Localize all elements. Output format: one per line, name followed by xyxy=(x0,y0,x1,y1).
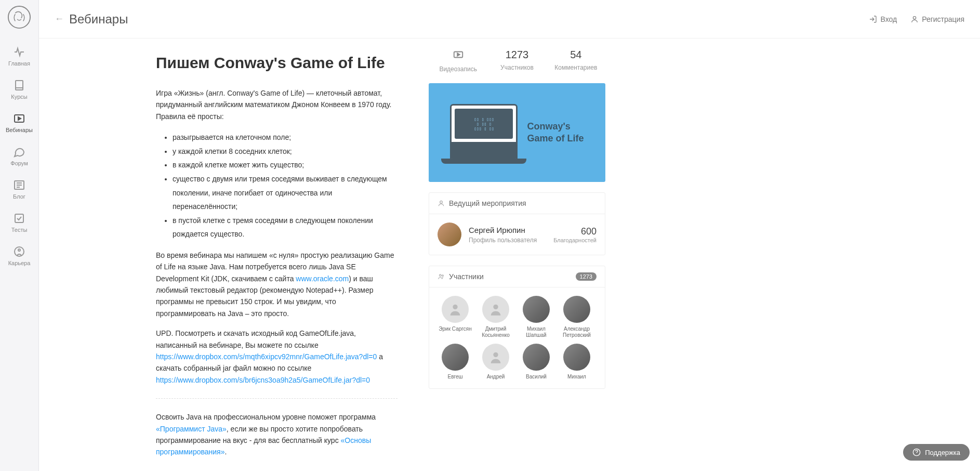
dropbox-link-jar[interactable]: https://www.dropbox.com/s/br6jcns3oa9h2a… xyxy=(156,376,370,384)
svg-point-10 xyxy=(440,274,442,277)
login-link[interactable]: Вход xyxy=(869,15,897,23)
participant-item[interactable]: Андрей xyxy=(477,344,514,380)
participant-name: Василий xyxy=(518,374,555,380)
thumbnail-title: Conway's Game of Life xyxy=(527,121,584,145)
nav-courses[interactable]: Курсы xyxy=(0,73,38,106)
nav-home[interactable]: Главная xyxy=(0,40,38,73)
sidebar: Главная Курсы Вебинары Форум Блог Тесты … xyxy=(0,0,39,471)
host-thanks-count: 600 xyxy=(553,226,597,237)
nav-label: Главная xyxy=(8,60,30,67)
support-label: Поддержка xyxy=(925,449,960,456)
stat-value: 1273 xyxy=(487,49,546,61)
participant-avatar xyxy=(523,296,550,323)
svg-point-14 xyxy=(493,352,498,357)
participant-item[interactable]: Эрик Саргсян xyxy=(436,296,474,338)
participant-avatar xyxy=(442,296,469,323)
register-link[interactable]: Регистрация xyxy=(910,15,964,23)
nav-blog[interactable]: Блог xyxy=(0,173,38,206)
user-icon xyxy=(910,15,919,23)
thumbnail[interactable]: ▯▯ ▯ ▯▯▯ ▯ ▯▯ ▯ ▯▯▯ ▯ ▯▯ Conway's Game o… xyxy=(429,83,605,182)
news-icon xyxy=(13,179,25,191)
paragraph-2: Во время вебинара мы напишем «с нуля» пр… xyxy=(156,250,398,319)
breadcrumb-title[interactable]: Вебинары xyxy=(69,12,128,27)
participant-name: Михаил Шапшай xyxy=(518,326,555,338)
nav-label: Тесты xyxy=(11,227,28,233)
participant-name: Евгеш xyxy=(436,374,474,380)
host-header-label: Ведущий мероприятия xyxy=(449,199,526,207)
divider xyxy=(156,398,398,399)
list-item: в каждой клетке может жить существо; xyxy=(173,158,398,172)
brain-icon xyxy=(7,5,31,29)
nav-label: Карьера xyxy=(8,260,31,266)
check-icon xyxy=(13,212,25,225)
article-title: Пишем Conway's Game of Life xyxy=(156,54,398,72)
svg-point-9 xyxy=(440,201,443,203)
nav-career[interactable]: Карьера xyxy=(0,239,38,272)
list-item: в пустой клетке с тремя соседями в следу… xyxy=(173,214,398,241)
participant-avatar xyxy=(563,344,590,371)
participant-item[interactable]: Михаил Шапшай xyxy=(518,296,555,338)
dropbox-link-java[interactable]: https://www.dropbox.com/s/mqth6xipcv92mn… xyxy=(156,352,377,361)
svg-point-11 xyxy=(442,275,443,277)
list-item: разыгрывается на клеточном поле; xyxy=(173,130,398,145)
logo[interactable] xyxy=(7,5,31,29)
back-arrow-icon[interactable]: ← xyxy=(55,14,64,24)
svg-point-6 xyxy=(18,249,20,251)
stat-comments[interactable]: 54 Комментариев xyxy=(547,49,605,73)
nav-tests[interactable]: Тесты xyxy=(0,206,38,239)
list-item: существо с двумя или тремя соседями выжи… xyxy=(173,172,398,214)
participants-header: Участники 1273 xyxy=(429,266,605,287)
help-icon xyxy=(912,448,921,456)
register-label: Регистрация xyxy=(922,15,964,23)
stat-label: Видеозапись xyxy=(429,66,487,73)
participant-item[interactable]: Евгеш xyxy=(436,344,474,380)
nav-label: Вебинары xyxy=(6,127,33,133)
chat-icon xyxy=(13,146,25,158)
participants-header-label: Участники xyxy=(449,272,484,281)
participant-avatar xyxy=(482,296,509,323)
nav-label: Курсы xyxy=(11,94,27,100)
stat-label: Комментариев xyxy=(547,64,605,71)
participant-name: Эрик Саргсян xyxy=(436,326,474,332)
paragraph-3: UPD. Посмотреть и скачать исходный код G… xyxy=(156,328,398,386)
list-item: у каждой клетки 8 соседних клеток; xyxy=(173,145,398,159)
participant-avatar xyxy=(482,344,509,371)
nav-forum[interactable]: Форум xyxy=(0,139,38,173)
participant-name: Андрей xyxy=(477,374,514,380)
right-column: Видеозапись 1273 Участников 54 Комментар… xyxy=(429,38,605,471)
participant-avatar xyxy=(442,344,469,371)
article: Пишем Conway's Game of Life Игра «Жизнь»… xyxy=(39,38,413,471)
support-button[interactable]: Поддержка xyxy=(903,444,970,461)
rocket-icon xyxy=(13,245,25,258)
nav-label: Блог xyxy=(13,193,25,200)
host-avatar xyxy=(438,223,461,246)
svg-point-13 xyxy=(493,305,498,309)
participant-name: Дмитрий Косьяненко xyxy=(477,326,514,338)
svg-point-7 xyxy=(913,16,916,19)
stat-participants[interactable]: 1273 Участников xyxy=(487,49,546,73)
stat-video[interactable]: Видеозапись xyxy=(429,49,487,73)
participant-name: Михаил xyxy=(558,374,595,380)
participant-item[interactable]: Василий xyxy=(518,344,555,380)
pulse-icon xyxy=(13,46,25,58)
stat-value: 54 xyxy=(547,49,605,61)
participants-grid: Эрик СаргсянДмитрий КосьяненкоМихаил Шап… xyxy=(429,287,605,388)
course-link-java[interactable]: «Программист Java» xyxy=(156,425,227,433)
play-icon xyxy=(13,112,25,125)
participants-section: Участники 1273 Эрик СаргсянДмитрий Косья… xyxy=(429,266,605,389)
participant-item[interactable]: Михаил xyxy=(558,344,595,380)
video-icon xyxy=(453,49,464,60)
participant-name: Александр Петровский xyxy=(558,326,595,338)
stat-label: Участников xyxy=(487,64,546,71)
host-sub: Профиль пользователя xyxy=(469,237,546,244)
person-icon xyxy=(438,200,445,207)
nav-webinars[interactable]: Вебинары xyxy=(0,106,38,139)
participant-item[interactable]: Дмитрий Косьяненко xyxy=(477,296,514,338)
oracle-link[interactable]: www.oracle.com xyxy=(296,274,349,283)
host-row[interactable]: Сергей Ирюпин Профиль пользователя 600 Б… xyxy=(429,214,605,255)
host-name: Сергей Ирюпин xyxy=(469,226,546,234)
stats-row: Видеозапись 1273 Участников 54 Комментар… xyxy=(429,49,605,73)
participant-item[interactable]: Александр Петровский xyxy=(558,296,595,338)
svg-point-12 xyxy=(453,305,457,309)
paragraph-4: Освоить Java на профессиональном уровне … xyxy=(156,411,398,458)
